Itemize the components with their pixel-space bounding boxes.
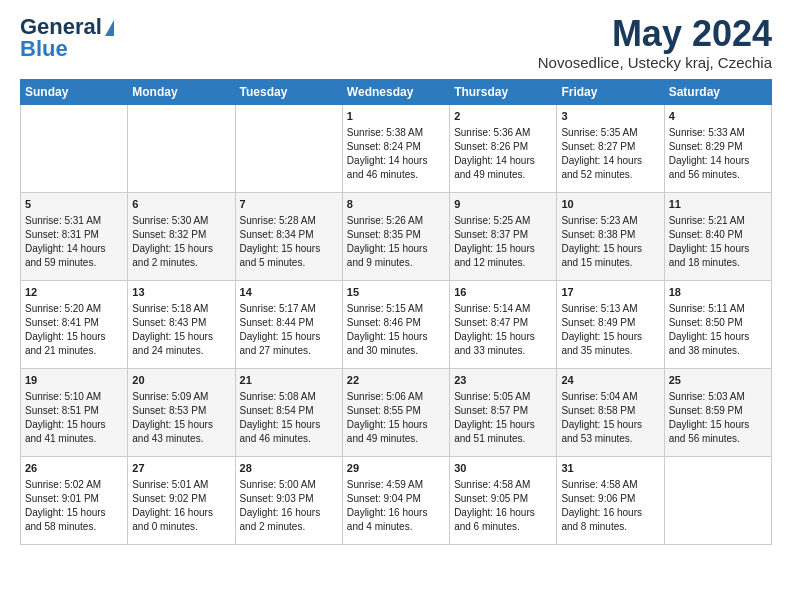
- cell-text: Sunrise: 5:03 AM: [669, 390, 767, 404]
- day-number: 26: [25, 461, 123, 476]
- cell-text: Sunset: 8:55 PM: [347, 404, 445, 418]
- day-number: 27: [132, 461, 230, 476]
- col-sunday: Sunday: [21, 80, 128, 105]
- cell-text: Sunset: 9:04 PM: [347, 492, 445, 506]
- calendar-cell: 7Sunrise: 5:28 AMSunset: 8:34 PMDaylight…: [235, 193, 342, 281]
- cell-text: Sunset: 8:57 PM: [454, 404, 552, 418]
- cell-text: Sunrise: 5:09 AM: [132, 390, 230, 404]
- cell-text: and 43 minutes.: [132, 432, 230, 446]
- cell-text: and 30 minutes.: [347, 344, 445, 358]
- day-number: 16: [454, 285, 552, 300]
- calendar-cell: [235, 105, 342, 193]
- cell-text: and 53 minutes.: [561, 432, 659, 446]
- calendar-cell: 28Sunrise: 5:00 AMSunset: 9:03 PMDayligh…: [235, 457, 342, 545]
- day-number: 9: [454, 197, 552, 212]
- day-number: 18: [669, 285, 767, 300]
- calendar-cell: 30Sunrise: 4:58 AMSunset: 9:05 PMDayligh…: [450, 457, 557, 545]
- cell-text: Daylight: 15 hours: [347, 330, 445, 344]
- cell-text: Sunset: 8:43 PM: [132, 316, 230, 330]
- cell-text: Sunrise: 5:15 AM: [347, 302, 445, 316]
- calendar-cell: 14Sunrise: 5:17 AMSunset: 8:44 PMDayligh…: [235, 281, 342, 369]
- cell-text: Daylight: 15 hours: [347, 418, 445, 432]
- cell-text: and 56 minutes.: [669, 168, 767, 182]
- calendar-cell: 1Sunrise: 5:38 AMSunset: 8:24 PMDaylight…: [342, 105, 449, 193]
- cell-text: and 8 minutes.: [561, 520, 659, 534]
- cell-text: Sunset: 8:59 PM: [669, 404, 767, 418]
- cell-text: Sunset: 8:40 PM: [669, 228, 767, 242]
- cell-text: Daylight: 16 hours: [240, 506, 338, 520]
- calendar-cell: 11Sunrise: 5:21 AMSunset: 8:40 PMDayligh…: [664, 193, 771, 281]
- day-number: 6: [132, 197, 230, 212]
- cell-text: Daylight: 15 hours: [25, 506, 123, 520]
- day-number: 14: [240, 285, 338, 300]
- calendar-cell: 13Sunrise: 5:18 AMSunset: 8:43 PMDayligh…: [128, 281, 235, 369]
- calendar-cell: 18Sunrise: 5:11 AMSunset: 8:50 PMDayligh…: [664, 281, 771, 369]
- cell-text: Sunset: 9:06 PM: [561, 492, 659, 506]
- calendar-cell: 31Sunrise: 4:58 AMSunset: 9:06 PMDayligh…: [557, 457, 664, 545]
- cell-text: Sunrise: 5:04 AM: [561, 390, 659, 404]
- calendar-week-1: 1Sunrise: 5:38 AMSunset: 8:24 PMDaylight…: [21, 105, 772, 193]
- calendar-cell: 19Sunrise: 5:10 AMSunset: 8:51 PMDayligh…: [21, 369, 128, 457]
- day-number: 10: [561, 197, 659, 212]
- cell-text: Sunset: 8:58 PM: [561, 404, 659, 418]
- day-number: 15: [347, 285, 445, 300]
- calendar-cell: 23Sunrise: 5:05 AMSunset: 8:57 PMDayligh…: [450, 369, 557, 457]
- cell-text: Sunrise: 5:10 AM: [25, 390, 123, 404]
- cell-text: and 46 minutes.: [240, 432, 338, 446]
- cell-text: Sunset: 8:32 PM: [132, 228, 230, 242]
- cell-text: Sunset: 8:46 PM: [347, 316, 445, 330]
- day-number: 29: [347, 461, 445, 476]
- cell-text: Daylight: 16 hours: [561, 506, 659, 520]
- cell-text: Sunset: 8:38 PM: [561, 228, 659, 242]
- cell-text: Daylight: 15 hours: [454, 330, 552, 344]
- cell-text: Daylight: 14 hours: [454, 154, 552, 168]
- calendar-cell: 6Sunrise: 5:30 AMSunset: 8:32 PMDaylight…: [128, 193, 235, 281]
- cell-text: Daylight: 14 hours: [561, 154, 659, 168]
- cell-text: Sunrise: 4:58 AM: [561, 478, 659, 492]
- calendar-cell: 20Sunrise: 5:09 AMSunset: 8:53 PMDayligh…: [128, 369, 235, 457]
- col-wednesday: Wednesday: [342, 80, 449, 105]
- calendar-cell: 3Sunrise: 5:35 AMSunset: 8:27 PMDaylight…: [557, 105, 664, 193]
- cell-text: Daylight: 16 hours: [454, 506, 552, 520]
- day-number: 31: [561, 461, 659, 476]
- cell-text: Daylight: 15 hours: [669, 330, 767, 344]
- calendar-week-5: 26Sunrise: 5:02 AMSunset: 9:01 PMDayligh…: [21, 457, 772, 545]
- cell-text: Sunset: 9:05 PM: [454, 492, 552, 506]
- cell-text: Sunset: 9:02 PM: [132, 492, 230, 506]
- calendar-cell: 26Sunrise: 5:02 AMSunset: 9:01 PMDayligh…: [21, 457, 128, 545]
- cell-text: Sunrise: 5:01 AM: [132, 478, 230, 492]
- cell-text: and 58 minutes.: [25, 520, 123, 534]
- day-number: 25: [669, 373, 767, 388]
- cell-text: and 27 minutes.: [240, 344, 338, 358]
- col-monday: Monday: [128, 80, 235, 105]
- cell-text: and 5 minutes.: [240, 256, 338, 270]
- cell-text: Sunrise: 5:08 AM: [240, 390, 338, 404]
- day-number: 17: [561, 285, 659, 300]
- col-tuesday: Tuesday: [235, 80, 342, 105]
- calendar-cell: [664, 457, 771, 545]
- day-number: 22: [347, 373, 445, 388]
- cell-text: Sunset: 8:44 PM: [240, 316, 338, 330]
- cell-text: Sunrise: 5:26 AM: [347, 214, 445, 228]
- logo: General Blue: [20, 16, 114, 62]
- cell-text: Sunset: 8:37 PM: [454, 228, 552, 242]
- cell-text: Sunrise: 5:33 AM: [669, 126, 767, 140]
- calendar-cell: 10Sunrise: 5:23 AMSunset: 8:38 PMDayligh…: [557, 193, 664, 281]
- cell-text: Daylight: 16 hours: [347, 506, 445, 520]
- cell-text: Sunrise: 5:13 AM: [561, 302, 659, 316]
- logo-text: General: [20, 16, 114, 38]
- header: General Blue May 2024 Novosedlice, Ustec…: [20, 16, 772, 71]
- calendar-cell: 17Sunrise: 5:13 AMSunset: 8:49 PMDayligh…: [557, 281, 664, 369]
- day-number: 30: [454, 461, 552, 476]
- cell-text: and 4 minutes.: [347, 520, 445, 534]
- cell-text: Sunset: 9:03 PM: [240, 492, 338, 506]
- cell-text: Sunset: 8:54 PM: [240, 404, 338, 418]
- cell-text: and 24 minutes.: [132, 344, 230, 358]
- calendar-page: General Blue May 2024 Novosedlice, Ustec…: [0, 0, 792, 555]
- calendar-week-2: 5Sunrise: 5:31 AMSunset: 8:31 PMDaylight…: [21, 193, 772, 281]
- cell-text: Daylight: 15 hours: [454, 242, 552, 256]
- cell-text: and 51 minutes.: [454, 432, 552, 446]
- calendar-cell: 24Sunrise: 5:04 AMSunset: 8:58 PMDayligh…: [557, 369, 664, 457]
- cell-text: Sunrise: 5:28 AM: [240, 214, 338, 228]
- cell-text: Sunset: 9:01 PM: [25, 492, 123, 506]
